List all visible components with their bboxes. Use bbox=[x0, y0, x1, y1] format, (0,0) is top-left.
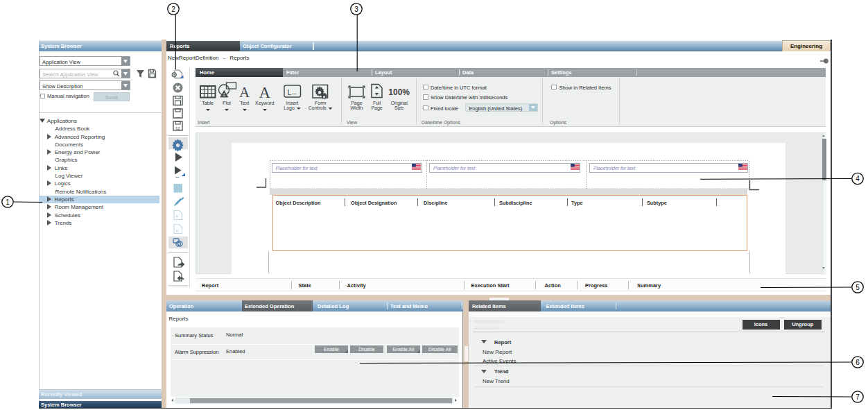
svg-text:7: 7 bbox=[856, 393, 860, 401]
svg-text:4: 4 bbox=[856, 175, 860, 182]
svg-text:6: 6 bbox=[856, 359, 860, 366]
svg-text:5: 5 bbox=[856, 284, 860, 291]
svg-text:3: 3 bbox=[354, 6, 358, 13]
svg-text:2: 2 bbox=[171, 6, 175, 13]
svg-text:1: 1 bbox=[6, 198, 10, 206]
